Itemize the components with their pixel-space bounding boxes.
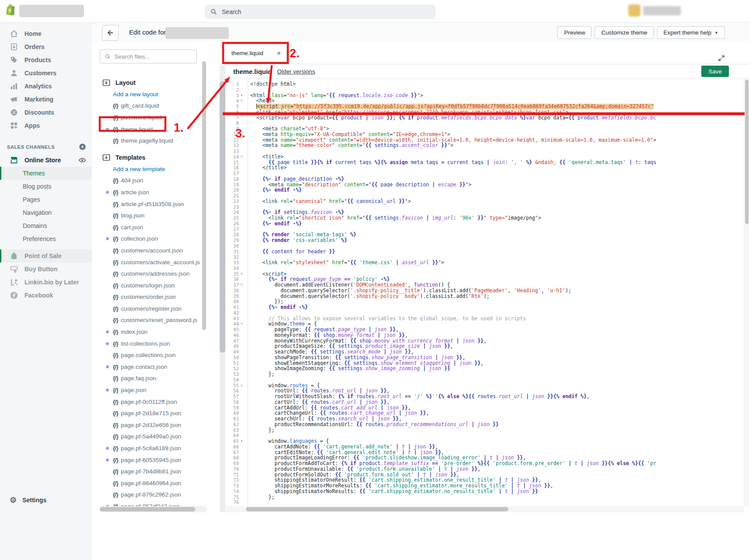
older-versions-link[interactable]: Older versions <box>277 68 315 75</box>
file-item-theme-pagefly-liquid[interactable]: {/}theme.pagefly.liquid <box>92 135 206 147</box>
code-line[interactable] <box>250 310 744 316</box>
fold-arrow-icon[interactable]: ▾ <box>239 321 244 327</box>
sidebar-item-point-of-sale[interactable]: Point of Sale <box>0 249 92 262</box>
code-line[interactable]: <title> <box>250 154 744 160</box>
code-line[interactable]: moneyFormat: {{ shop.money_format | json… <box>250 332 744 338</box>
sidebar-item-preferences[interactable]: Preferences <box>0 232 92 245</box>
code-line[interactable] <box>250 120 744 126</box>
file-item-page-pf-86460964-json[interactable]: {/}page.pf-86460964.json <box>92 477 206 489</box>
code-line[interactable]: shippingEstimatorMoreResults: {{ 'cart.s… <box>250 483 744 489</box>
code-line[interactable]: window.languages = { <box>250 438 744 444</box>
file-search[interactable] <box>100 49 197 63</box>
fold-arrow-icon[interactable]: ▾ <box>239 438 244 444</box>
code-line[interactable]: productFormSoldOut: {{ 'product.form.sol… <box>250 472 744 478</box>
code-line[interactable]: pageType: {{ request.page_type | json }}… <box>250 327 744 332</box>
code-line[interactable]: {{ content_for_header }} <box>250 249 744 255</box>
sidebar-item-online-store[interactable]: Online Store <box>0 154 92 167</box>
code-line[interactable]: <link rel="canonical" href="{{ canonical… <box>250 199 744 204</box>
code-line[interactable]: showElementStaggering: {{ settings.show_… <box>250 360 744 366</box>
search-input[interactable] <box>222 8 430 15</box>
code-line[interactable]: cartEditNote: {{ 'cart.general.edit_note… <box>250 450 744 455</box>
code-line[interactable]: cartUrl: {{ routes.cart_url | json }}, <box>250 399 744 405</box>
file-item-page-pf-2d18e715-json[interactable]: {/}page.pf-2d18e715.json <box>92 407 206 419</box>
sidebar-item-navigation[interactable]: Navigation <box>0 206 92 219</box>
code-line[interactable]: <script> <box>250 271 744 277</box>
code-line[interactable]: cartAddUrl: {{ routes.cart_add_url | jso… <box>250 405 744 411</box>
code-line[interactable]: cartAddNote: {{ 'cart.general.add_note' … <box>250 444 744 450</box>
add-layout-link[interactable]: Add a new layout <box>92 88 206 100</box>
fold-arrow-icon[interactable]: ▾ <box>239 271 244 277</box>
view-store-eye-icon[interactable] <box>78 156 86 164</box>
file-item-blog-json[interactable]: {/}blog.json <box>92 210 206 221</box>
code-line[interactable]: // This allows to expose several variabl… <box>250 316 744 322</box>
file-item-customers-reset-password-js[interactable]: {/}customers/reset_password.js <box>92 315 206 326</box>
code-line[interactable]: productFormUnavailable: {{ 'product.form… <box>250 466 744 472</box>
fold-arrow-icon[interactable]: ▾ <box>239 98 244 104</box>
sidebar-item-marketing[interactable]: Marketing <box>0 93 92 106</box>
sidebar-item-orders[interactable]: Orders <box>0 40 92 53</box>
sidebar-item-settings[interactable]: ⚙ Settings <box>0 494 92 507</box>
code-line[interactable]: productImageSize: {{ settings.product_im… <box>250 343 744 349</box>
customize-theme-button[interactable]: Customize theme <box>595 26 654 39</box>
sidebar-item-buy-button[interactable]: Buy Button <box>0 262 92 276</box>
file-item-page-pf-5c8a6189-json[interactable]: {/}page.pf-5c8a6189.json <box>92 442 206 454</box>
code-line[interactable]: productRecommendationsUrl: {{ routes.pro… <box>250 422 744 427</box>
file-item-customers-activate-account-js[interactable]: {/}customers/activate_account.js <box>92 256 206 268</box>
file-item-page-pf-879c2962-json[interactable]: {/}page.pf-879c2962.json <box>92 489 206 501</box>
file-item-customers-order-json[interactable]: {/}customers/order.json <box>92 291 206 303</box>
code-line[interactable]: {%- endif -%} <box>250 304 744 310</box>
code-line[interactable]: searchUrl: {{ routes.search_url | json }… <box>250 416 744 422</box>
code-line[interactable]: {% render 'css-variables' %} <box>250 238 744 243</box>
fold-arrow-icon[interactable]: ▾ <box>239 154 244 160</box>
fold-arrow-icon[interactable]: ▾ <box>239 93 244 98</box>
file-item-page-collections-json[interactable]: {/}page.collections.json <box>92 349 206 361</box>
sidebar-item-themes[interactable]: Themes <box>0 167 92 180</box>
sidebar-item-facebook[interactable]: Facebook <box>0 289 92 302</box>
expand-editor-icon[interactable] <box>718 54 725 62</box>
sidebar-item-apps[interactable]: Apps <box>0 119 92 132</box>
file-item-index-json[interactable]: {/}index.json <box>92 326 206 338</box>
global-search[interactable] <box>205 4 436 19</box>
code-line[interactable]: {%- if request.page_type == 'policy' -%} <box>250 276 744 282</box>
sidebar-item-blog-posts[interactable]: Blog posts <box>0 180 92 193</box>
file-item-customers-addresses-json[interactable]: {/}customers/addresses.json <box>92 268 206 280</box>
save-button[interactable]: Save <box>701 66 729 77</box>
code-line[interactable]: document.addEventListener('DOMContentLoa… <box>250 282 744 288</box>
code-line[interactable] <box>250 433 744 438</box>
file-item-customers-account-json[interactable]: {/}customers/account.json <box>92 245 206 256</box>
add-channel-icon[interactable] <box>79 143 86 150</box>
code-line[interactable] <box>250 148 744 154</box>
code-line[interactable]: document.querySelector('.shopify-policy_… <box>250 288 744 294</box>
code-line[interactable] <box>250 87 744 93</box>
file-item-page-pf-7b4d8b81-json[interactable]: {/}page.pf-7b4d8b81.json <box>92 466 206 477</box>
code-line[interactable]: shippingEstimatorNoResults: {{ 'cart.shi… <box>250 489 744 494</box>
file-item-password-liquid[interactable]: {/}password.liquid <box>92 112 206 123</box>
code-line[interactable] <box>250 227 744 232</box>
editor-vscrollbar[interactable] <box>744 79 749 506</box>
code-line[interactable]: <meta charset="utf-8"> <box>250 126 744 132</box>
file-item-page-pf-60535945-json[interactable]: {/}page.pf-60535945.json <box>92 454 206 466</box>
code-line[interactable] <box>250 204 744 210</box>
tab-theme-liquid[interactable]: theme.liquid <box>225 44 287 62</box>
code-line[interactable]: cartChangeUrl: {{ routes.cart_change_url… <box>250 410 744 416</box>
code-line[interactable]: }; <box>250 494 744 500</box>
layout-section-header[interactable]: Layout <box>92 77 206 88</box>
code-line[interactable]: }); <box>250 299 744 304</box>
code-line[interactable]: <script>var bcpo_product={{ product | js… <box>250 115 744 121</box>
fold-arrow-icon[interactable]: ▾ <box>239 383 244 388</box>
sidebar-item-linkin-bio-by-later[interactable]: Linkin.bio by Later <box>0 276 92 289</box>
file-panel-hscrollbar[interactable] <box>100 506 207 512</box>
file-item-page-pf-2d32e656-json[interactable]: {/}page.pf-2d32e656.json <box>92 419 206 431</box>
code-line[interactable]: rootUrlWithoutSlash: {% if routes.root_u… <box>250 394 744 399</box>
file-item-page-json[interactable]: {/}page.json <box>92 384 206 396</box>
code-line[interactable]: productImageLoadingError: {{ 'product.sl… <box>250 455 744 461</box>
code-line[interactable]: rootUrl: {{ routes.root_url | json }}, <box>250 388 744 394</box>
code-line[interactable] <box>250 171 744 176</box>
code-line[interactable]: <link rel="shortcut icon" href="{{ setti… <box>250 215 744 221</box>
code-line[interactable]: <!doctype html> <box>250 81 744 87</box>
sidebar-item-discounts[interactable]: Discounts <box>0 106 92 119</box>
code-line[interactable]: {%- if settings.favicon -%} <box>250 210 744 215</box>
sidebar-item-home[interactable]: Home <box>0 27 92 40</box>
code-area[interactable]: 123▾4▾567891011121314▾151617181920212223… <box>226 79 744 506</box>
back-button[interactable] <box>102 25 119 41</box>
